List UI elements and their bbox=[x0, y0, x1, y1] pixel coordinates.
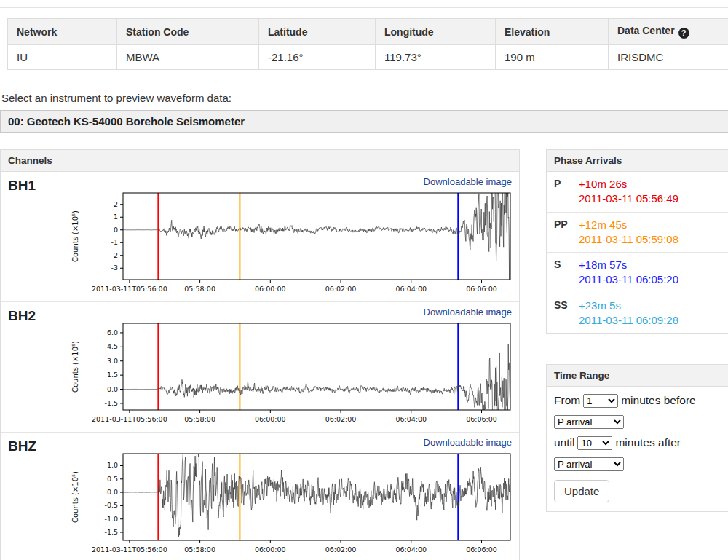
until-label: until bbox=[554, 436, 574, 449]
svg-text:0.0: 0.0 bbox=[107, 385, 118, 393]
svg-text:Counts (×10⁵): Counts (×10⁵) bbox=[71, 210, 79, 262]
svg-text:06:06:00: 06:06:00 bbox=[466, 285, 497, 293]
station-table-header-row: Network Station Code Latitude Longitude … bbox=[8, 19, 728, 45]
time-range-panel: Time Range From1minutes before P arrival… bbox=[546, 364, 728, 512]
header-data-center: Data Center? bbox=[609, 19, 728, 45]
svg-text:06:00:00: 06:00:00 bbox=[255, 415, 286, 423]
svg-text:06:02:00: 06:02:00 bbox=[325, 285, 357, 293]
svg-text:06:04:00: 06:04:00 bbox=[395, 545, 427, 553]
svg-text:06:02:00: 06:02:00 bbox=[325, 545, 357, 553]
value-network: IU bbox=[8, 45, 117, 70]
minutes-after-select[interactable]: 10 bbox=[577, 436, 612, 450]
page: Network Station Code Latitude Longitude … bbox=[0, 0, 728, 560]
plot-column: Downloadable image 2011-03-11T05:56:0005… bbox=[66, 175, 515, 300]
svg-text:3.0: 3.0 bbox=[107, 357, 118, 365]
minutes-before-label: minutes before bbox=[621, 394, 696, 406]
svg-text:05:58:00: 05:58:00 bbox=[184, 415, 215, 423]
svg-text:2011-03-11T05:56:00: 2011-03-11T05:56:00 bbox=[92, 415, 167, 423]
svg-text:0: 0 bbox=[114, 226, 118, 234]
svg-text:-1.5: -1.5 bbox=[104, 399, 118, 407]
plot-column: Downloadable image 2011-03-11T05:56:0005… bbox=[66, 305, 515, 430]
channel-name: BH2 bbox=[5, 305, 66, 430]
svg-text:-2: -2 bbox=[111, 251, 118, 259]
phase-arrivals-panel: Phase Arrivals P +10m 26s 2011-03-11 05:… bbox=[546, 149, 728, 334]
svg-text:0.0: 0.0 bbox=[107, 488, 118, 496]
right-column: Phase Arrivals P +10m 26s 2011-03-11 05:… bbox=[546, 149, 728, 560]
value-longitude: 119.73° bbox=[376, 45, 496, 70]
time-range-body: From1minutes before P arrival until10min… bbox=[547, 387, 728, 511]
minutes-before-select[interactable]: 1 bbox=[583, 394, 618, 408]
minutes-after-label: minutes after bbox=[615, 436, 681, 449]
svg-text:-1.5: -1.5 bbox=[104, 528, 118, 536]
phase-arrival-row-ss: SS +23m 5s 2011-03-11 06:09:28 bbox=[547, 293, 728, 334]
svg-text:2: 2 bbox=[114, 200, 118, 208]
svg-text:1.0: 1.0 bbox=[107, 461, 118, 469]
downloadable-image-link[interactable]: Downloadable image bbox=[66, 435, 515, 450]
svg-text:-0.5: -0.5 bbox=[104, 501, 118, 509]
phase-arrival-row-pp: PP +12m 45s 2011-03-11 05:59:08 bbox=[547, 213, 728, 253]
svg-text:06:00:00: 06:00:00 bbox=[255, 285, 286, 293]
phase-time: 2011-03-11 06:05:20 bbox=[579, 272, 728, 287]
time-range-header: Time Range bbox=[547, 365, 728, 387]
value-station-code: MBWA bbox=[117, 45, 259, 70]
svg-text:-1: -1 bbox=[111, 238, 118, 246]
time-range-from-line: From1minutes before bbox=[554, 394, 728, 408]
header-elevation: Elevation bbox=[496, 19, 609, 45]
plot-column: Downloadable image 2011-03-11T05:56:0005… bbox=[66, 435, 515, 560]
phase-info: +10m 26s 2011-03-11 05:56:49 bbox=[579, 177, 728, 207]
phase-label: P bbox=[554, 177, 579, 207]
svg-text:06:06:00: 06:06:00 bbox=[466, 545, 497, 553]
phase-info: +23m 5s 2011-03-11 06:09:28 bbox=[579, 299, 728, 328]
main-content: Channels BH1 Downloadable image 2011-03-… bbox=[0, 149, 728, 560]
svg-text:2011-03-11T05:56:00: 2011-03-11T05:56:00 bbox=[92, 545, 167, 553]
svg-text:1: 1 bbox=[114, 213, 118, 221]
top-divider bbox=[0, 0, 728, 8]
phase-offset: +10m 26s bbox=[579, 177, 728, 192]
channel-name: BHZ bbox=[5, 435, 66, 560]
channel-name: BH1 bbox=[5, 175, 66, 300]
svg-text:0.5: 0.5 bbox=[107, 475, 118, 483]
phase-label: PP bbox=[554, 218, 579, 248]
header-latitude: Latitude bbox=[259, 19, 376, 45]
svg-text:1.5: 1.5 bbox=[107, 371, 118, 379]
downloadable-image-link[interactable]: Downloadable image bbox=[66, 175, 515, 189]
svg-text:4.5: 4.5 bbox=[107, 342, 118, 350]
svg-text:-3: -3 bbox=[111, 264, 118, 272]
channels-panel-header: Channels bbox=[1, 150, 519, 172]
from-label: From bbox=[554, 394, 580, 406]
phase-info: +18m 57s 2011-03-11 06:05:20 bbox=[579, 258, 728, 288]
phase-time: 2011-03-11 05:59:08 bbox=[579, 232, 728, 247]
channels-panel: Channels BH1 Downloadable image 2011-03-… bbox=[0, 149, 520, 560]
header-network: Network bbox=[8, 19, 117, 45]
phase-time: 2011-03-11 05:56:49 bbox=[579, 192, 728, 206]
phase-offset: +18m 57s bbox=[579, 258, 728, 272]
phase-after-select[interactable]: P arrival bbox=[554, 457, 624, 471]
phase-before-select[interactable]: P arrival bbox=[554, 415, 624, 429]
phase-time: 2011-03-11 06:09:28 bbox=[579, 313, 728, 328]
phase-info: +12m 45s 2011-03-11 05:59:08 bbox=[579, 218, 728, 248]
channel-row-bh1: BH1 Downloadable image 2011-03-11T05:56:… bbox=[1, 172, 519, 302]
header-longitude: Longitude bbox=[376, 19, 496, 45]
waveform-plot-bh1: 2011-03-11T05:56:0005:58:0006:00:0006:02… bbox=[66, 189, 515, 300]
waveform-plot-bh2: 2011-03-11T05:56:0005:58:0006:00:0006:02… bbox=[66, 320, 515, 430]
svg-text:2011-03-11T05:56:00: 2011-03-11T05:56:00 bbox=[92, 285, 167, 293]
phase-arrival-row-p: P +10m 26s 2011-03-11 05:56:49 bbox=[547, 172, 728, 213]
svg-text:05:58:00: 05:58:00 bbox=[184, 285, 215, 293]
svg-text:06:00:00: 06:00:00 bbox=[255, 545, 286, 553]
instrument-select-label: Select an instrument to preview waveform… bbox=[1, 92, 728, 104]
svg-text:-1.0: -1.0 bbox=[104, 515, 118, 523]
phase-label: SS bbox=[554, 299, 579, 328]
phase-offset: +23m 5s bbox=[579, 299, 728, 313]
update-button[interactable]: Update bbox=[554, 480, 609, 502]
instrument-select-value: 00: Geotech KS-54000 Borehole Seismomete… bbox=[8, 115, 245, 127]
svg-text:Counts (×10⁵): Counts (×10⁵) bbox=[71, 471, 79, 523]
svg-text:06:04:00: 06:04:00 bbox=[395, 285, 427, 293]
channel-row-bh2: BH2 Downloadable image 2011-03-11T05:56:… bbox=[1, 302, 519, 433]
svg-text:05:58:00: 05:58:00 bbox=[184, 545, 215, 553]
downloadable-image-link[interactable]: Downloadable image bbox=[66, 305, 515, 320]
svg-text:06:04:00: 06:04:00 bbox=[395, 415, 427, 423]
phase-after-line: P arrival bbox=[554, 457, 728, 471]
help-icon[interactable]: ? bbox=[678, 28, 689, 39]
instrument-select[interactable]: 00: Geotech KS-54000 Borehole Seismomete… bbox=[0, 110, 728, 133]
svg-text:06:06:00: 06:06:00 bbox=[466, 415, 497, 423]
